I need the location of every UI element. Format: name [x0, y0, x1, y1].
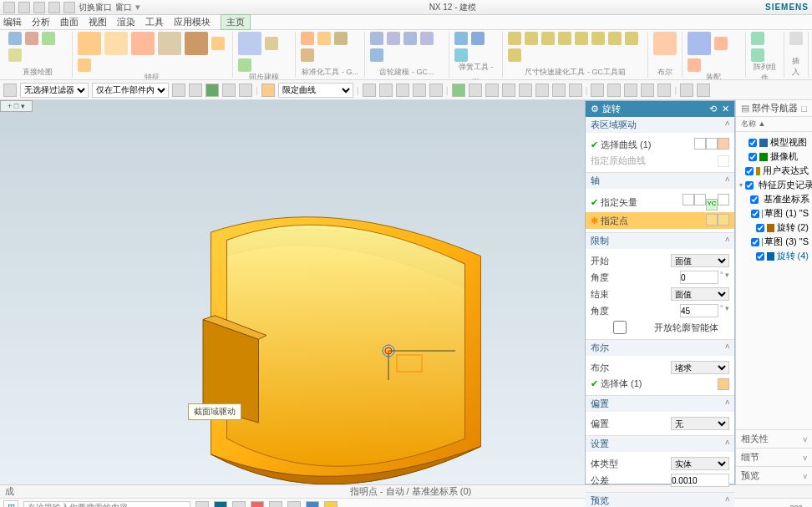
- tree-item[interactable]: 旋转 (4): [739, 249, 809, 263]
- tree-item[interactable]: 草图 (1) "S: [739, 206, 809, 221]
- qat-save-icon[interactable]: [18, 2, 30, 13]
- std1-icon[interactable]: [301, 32, 314, 45]
- snap14-icon[interactable]: [680, 84, 693, 97]
- section-settings[interactable]: 设置ʌ: [586, 436, 734, 452]
- curve-opt2-icon[interactable]: [706, 138, 718, 150]
- tree-header[interactable]: 名称 ▲: [736, 117, 812, 132]
- tree-checkbox[interactable]: [751, 210, 759, 218]
- spline-icon[interactable]: [8, 48, 22, 62]
- pattern-icon[interactable]: [158, 32, 181, 55]
- tree-checkbox[interactable]: [749, 139, 757, 147]
- vec-opt1-icon[interactable]: [683, 194, 694, 205]
- section-axis[interactable]: 轴ʌ: [586, 173, 734, 189]
- dim5-icon[interactable]: [575, 32, 588, 45]
- offset-mode[interactable]: 无: [671, 417, 729, 430]
- snap9-icon[interactable]: [591, 84, 604, 97]
- start-mode[interactable]: 面值: [671, 254, 729, 267]
- gear5-icon[interactable]: [370, 48, 383, 62]
- hole-icon[interactable]: [131, 32, 155, 55]
- selection-scope[interactable]: 仅在工作部件内: [92, 83, 169, 98]
- shell-icon[interactable]: [185, 32, 208, 55]
- curve-filter[interactable]: 限定曲线: [278, 83, 353, 98]
- dim2-icon[interactable]: [525, 32, 538, 45]
- dialog-header[interactable]: ⚙旋转 ⟲✕: [586, 101, 734, 117]
- move-face-icon[interactable]: [238, 32, 261, 55]
- std2-icon[interactable]: [317, 32, 331, 45]
- acc-preview[interactable]: 预览v: [736, 466, 812, 484]
- close-icon[interactable]: ✕: [722, 104, 729, 114]
- tb6-icon[interactable]: [261, 84, 275, 97]
- task1-icon[interactable]: [195, 501, 209, 508]
- snap2-icon[interactable]: [469, 84, 482, 97]
- task5-icon[interactable]: [269, 501, 282, 508]
- tb10-icon[interactable]: [413, 84, 426, 97]
- viewport-tab[interactable]: + □ ▾: [0, 100, 33, 112]
- snap6-icon[interactable]: [535, 84, 549, 97]
- curve-opt1-icon[interactable]: [694, 138, 706, 150]
- snap4-icon[interactable]: [502, 84, 515, 97]
- sketch-icon[interactable]: [718, 138, 729, 150]
- snap3-icon[interactable]: [485, 84, 499, 97]
- dim4-icon[interactable]: [558, 32, 571, 45]
- tb1-icon[interactable]: [172, 84, 185, 97]
- menu-icon[interactable]: [3, 84, 17, 97]
- task3-icon[interactable]: [232, 501, 246, 508]
- snap10-icon[interactable]: [607, 84, 621, 97]
- tree-item[interactable]: 旋转 (2): [739, 221, 809, 235]
- section-curve[interactable]: 表区域驱动ʌ: [586, 117, 734, 133]
- dim1-icon[interactable]: [508, 32, 521, 45]
- qat-window[interactable]: 窗口: [115, 2, 132, 13]
- snap13-icon[interactable]: [657, 84, 671, 97]
- tab-home[interactable]: 主页: [221, 14, 251, 30]
- vec-opt3-icon[interactable]: [718, 194, 729, 205]
- snap11-icon[interactable]: [624, 84, 637, 97]
- circle-icon[interactable]: [42, 32, 55, 45]
- gear1-icon[interactable]: [370, 32, 383, 45]
- asm2-icon[interactable]: [688, 58, 701, 72]
- qat-copy-icon[interactable]: [63, 2, 75, 13]
- tray-time[interactable]: 202...: [789, 504, 809, 508]
- end-angle[interactable]: [680, 304, 718, 317]
- task-nx-icon[interactable]: [214, 501, 227, 508]
- snap8-icon[interactable]: [569, 84, 582, 97]
- spring3-icon[interactable]: [454, 48, 468, 62]
- blend-icon[interactable]: [78, 58, 91, 72]
- dim3-icon[interactable]: [541, 32, 555, 45]
- open-profile-checkbox[interactable]: [591, 321, 649, 334]
- tb8-icon[interactable]: [379, 84, 393, 97]
- bool-mode[interactable]: 堵求: [671, 361, 729, 374]
- tree-checkbox[interactable]: [756, 252, 764, 261]
- tree-item[interactable]: 草图 (3) "S: [739, 235, 809, 249]
- qat-undo-icon[interactable]: [33, 2, 45, 13]
- navigator-close-icon[interactable]: □: [801, 104, 807, 114]
- snap7-icon[interactable]: [552, 84, 566, 97]
- qat-redo-icon[interactable]: [48, 2, 60, 13]
- tree-checkbox[interactable]: [756, 224, 764, 232]
- line-icon[interactable]: [8, 32, 22, 45]
- snap1-icon[interactable]: [452, 84, 465, 97]
- qat-switch-window[interactable]: 切换窗口: [79, 2, 112, 13]
- task6-icon[interactable]: [287, 501, 301, 508]
- delete-face-icon[interactable]: [265, 37, 278, 50]
- dim7-icon[interactable]: [608, 32, 622, 45]
- pt-opt2-icon[interactable]: [718, 214, 729, 226]
- revolve-icon[interactable]: [104, 32, 128, 55]
- tb11-icon[interactable]: [429, 84, 443, 97]
- tb2-icon[interactable]: [189, 84, 202, 97]
- tab-edit[interactable]: 编辑: [3, 16, 22, 28]
- section-limit[interactable]: 限制ʌ: [586, 233, 734, 249]
- yc-axis-icon[interactable]: YC: [706, 199, 718, 210]
- arc-icon[interactable]: [25, 32, 38, 45]
- end-mode[interactable]: 面值: [671, 287, 729, 301]
- tab-surface[interactable]: 曲面: [60, 16, 79, 28]
- task4-icon[interactable]: [251, 501, 264, 508]
- tree-checkbox[interactable]: [749, 153, 757, 161]
- tab-tools[interactable]: 工具: [145, 16, 164, 28]
- tb4-icon[interactable]: [222, 84, 236, 97]
- asm1-icon[interactable]: [714, 37, 728, 50]
- tree-checkbox[interactable]: [750, 195, 759, 204]
- insert-icon[interactable]: [789, 32, 803, 45]
- tab-render[interactable]: 渲染: [117, 16, 135, 28]
- feature-tree[interactable]: 模型视图摄像机用户表达式▾特征历史记录基准坐标系草图 (1) "S旋转 (2)草…: [736, 132, 812, 284]
- chamfer-icon[interactable]: [211, 37, 225, 50]
